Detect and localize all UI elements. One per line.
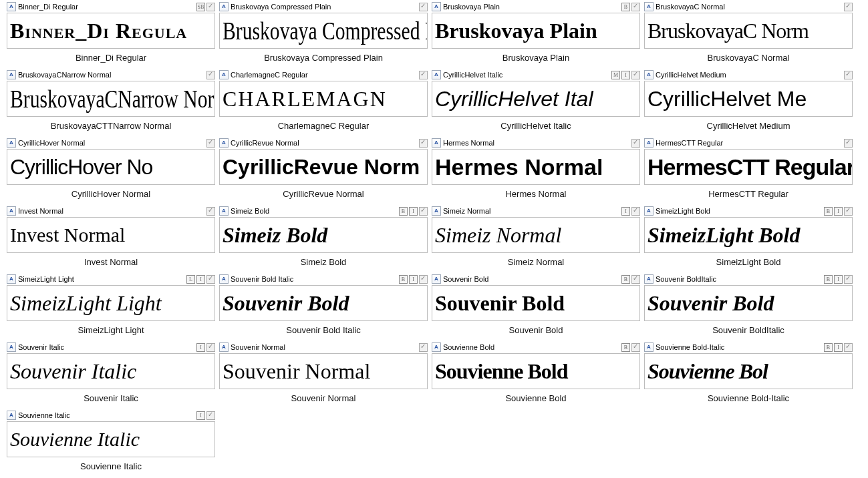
- font-preview-box[interactable]: Simeiz Normal: [432, 217, 640, 253]
- font-preview-text: Souvenir Bold: [647, 292, 774, 314]
- font-card[interactable]: ABruskovayaCNarrow NormalBruskovayaCNarr…: [5, 69, 216, 138]
- font-preview-box[interactable]: SimeizLight Light: [7, 285, 215, 321]
- font-preview-text: Simeiz Bold: [223, 224, 327, 246]
- check-icon[interactable]: [844, 343, 853, 352]
- check-icon[interactable]: [631, 139, 640, 148]
- font-card[interactable]: ASimeiz NormalISimeiz NormalSimeiz Norma…: [430, 206, 641, 274]
- check-icon[interactable]: [206, 3, 215, 11]
- font-preview-box[interactable]: Invest Normal: [7, 217, 215, 253]
- check-icon[interactable]: [631, 207, 640, 216]
- check-icon[interactable]: [206, 275, 215, 284]
- check-icon[interactable]: [206, 71, 215, 79]
- check-icon[interactable]: [844, 275, 853, 284]
- font-card[interactable]: ASouvenir BoldItalicBISouvenir BoldSouve…: [643, 274, 854, 342]
- check-icon[interactable]: [631, 3, 640, 11]
- check-icon[interactable]: [206, 411, 215, 420]
- font-preview-box[interactable]: CyrillicHelvet Ital: [432, 81, 640, 117]
- font-type-icon: A: [219, 342, 229, 352]
- font-preview-box[interactable]: CyrillicHover No: [7, 149, 215, 185]
- font-preview-box[interactable]: Binner_Di Regula: [7, 13, 215, 49]
- font-header: AHermesCTT Regular: [643, 138, 854, 148]
- check-icon[interactable]: [631, 275, 640, 284]
- check-icon[interactable]: [419, 3, 428, 11]
- font-preview-box[interactable]: Souvienne Bold: [432, 353, 640, 389]
- font-preview-box[interactable]: CHARLEMAGN: [219, 81, 428, 117]
- badge-group: BI: [824, 207, 853, 216]
- check-icon[interactable]: [844, 139, 853, 148]
- font-card[interactable]: ACyrillicHelvet MediumCyrillicHelvet MeC…: [643, 69, 854, 138]
- font-preview-box[interactable]: Bruskovaya Compressed Pla: [219, 13, 428, 49]
- font-preview-box[interactable]: Bruskovaya Plain: [432, 13, 640, 49]
- font-card[interactable]: ABinner_Di RegularSBBinner_Di RegulaBinn…: [5, 1, 216, 69]
- style-badge: I: [621, 207, 630, 216]
- font-preview-box[interactable]: Simeiz Bold: [219, 217, 428, 253]
- style-badge: B: [824, 343, 833, 352]
- font-card[interactable]: AHermesCTT RegularHermesCTT RegularHerme…: [643, 138, 854, 206]
- font-name-label: Bruskovaya Compressed Plain: [231, 3, 419, 11]
- font-preview-text: Bruskovaya Compressed Pla: [223, 18, 428, 43]
- font-preview-box[interactable]: Souvienne Italic: [7, 421, 215, 457]
- font-caption: CyrillicHover Normal: [5, 185, 216, 199]
- font-card[interactable]: ACyrillicRevue NormalCyrillicRevue NormC…: [218, 138, 429, 206]
- check-icon[interactable]: [206, 343, 215, 352]
- font-header: ASouvienne ItalicI: [5, 410, 216, 421]
- font-name-label: CyrillicRevue Normal: [231, 139, 419, 147]
- font-card[interactable]: ASouvenir NormalSouvenir NormalSouvenir …: [218, 342, 429, 410]
- font-preview-box[interactable]: Souvenir Bold: [219, 285, 428, 321]
- font-card[interactable]: ACyrillicHelvet ItalicMICyrillicHelvet I…: [430, 69, 641, 138]
- font-card[interactable]: ASouvienne BoldBSouvienne BoldSouvienne …: [430, 342, 641, 410]
- font-preview-box[interactable]: Souvenir Bold: [432, 285, 640, 321]
- check-icon[interactable]: [419, 139, 428, 148]
- check-icon[interactable]: [844, 71, 853, 79]
- font-card[interactable]: ABruskovayaC NormalBruskovayaC NormBrusk…: [643, 1, 854, 69]
- font-card[interactable]: AInvest NormalInvest NormalInvest Normal: [5, 206, 216, 274]
- font-name-label: Souvienne Bold: [443, 343, 621, 351]
- font-card[interactable]: ASimeizLight BoldBISimeizLight BoldSimei…: [643, 206, 854, 274]
- font-preview-text: CyrillicHelvet Ital: [435, 88, 593, 109]
- font-preview-box[interactable]: CyrillicHelvet Me: [644, 81, 853, 117]
- font-card[interactable]: ASimeiz BoldBISimeiz BoldSimeiz Bold: [218, 206, 429, 274]
- check-icon[interactable]: [844, 207, 853, 216]
- check-icon[interactable]: [844, 3, 853, 11]
- font-preview-box[interactable]: Souvenir Normal: [219, 353, 428, 389]
- check-icon[interactable]: [419, 71, 428, 79]
- check-icon[interactable]: [419, 207, 428, 216]
- font-type-icon: A: [644, 206, 654, 216]
- font-preview-box[interactable]: CyrillicRevue Norm: [219, 149, 428, 185]
- font-card[interactable]: ABruskovaya PlainBBruskovaya PlainBrusko…: [430, 1, 641, 69]
- font-preview-box[interactable]: Souvenir Italic: [7, 353, 215, 389]
- font-preview-box[interactable]: Souvenir Bold: [644, 285, 853, 321]
- check-icon[interactable]: [631, 343, 640, 352]
- font-grid: ABinner_Di RegularSBBinner_Di RegulaBinn…: [0, 0, 868, 478]
- font-card[interactable]: ASimeizLight LightLISimeizLight LightSim…: [5, 274, 216, 342]
- font-card[interactable]: AHermes NormalHermes NormalHermes Normal: [430, 138, 641, 206]
- font-card[interactable]: ASouvenir Bold ItalicBISouvenir BoldSouv…: [218, 274, 429, 342]
- check-icon[interactable]: [206, 139, 215, 148]
- font-preview-box[interactable]: HermesCTT Regular: [644, 149, 853, 185]
- style-badge: I: [409, 275, 418, 284]
- font-card[interactable]: ASouvienne ItalicISouvienne ItalicSouvie…: [5, 410, 216, 478]
- font-type-icon: A: [7, 206, 16, 216]
- font-header: ABinner_Di RegularSB: [5, 1, 216, 12]
- font-preview-box[interactable]: BruskovayaCNarrow Norma: [7, 81, 215, 117]
- badge-group: B: [621, 275, 640, 284]
- font-preview-box[interactable]: SimeizLight Bold: [644, 217, 853, 253]
- font-card[interactable]: ASouvenir ItalicISouvenir ItalicSouvenir…: [5, 342, 216, 410]
- check-icon[interactable]: [631, 71, 640, 79]
- font-card[interactable]: ASouvenir BoldBSouvenir BoldSouvenir Bol…: [430, 274, 641, 342]
- font-card[interactable]: ACharlemagneC RegularCHARLEMAGNCharlemag…: [218, 69, 429, 138]
- badge-group: [206, 139, 215, 148]
- font-card[interactable]: ACyrillicHover NormalCyrillicHover NoCyr…: [5, 138, 216, 206]
- font-preview-box[interactable]: BruskovayaC Norm: [644, 13, 853, 49]
- style-badge: L: [186, 275, 195, 284]
- font-preview-box[interactable]: Souvienne Bol: [644, 353, 853, 389]
- font-card[interactable]: ASouvienne Bold-ItalicBISouvienne BolSou…: [643, 342, 854, 410]
- badge-group: [419, 3, 428, 11]
- font-preview-box[interactable]: Hermes Normal: [432, 149, 640, 185]
- check-icon[interactable]: [206, 207, 215, 216]
- check-icon[interactable]: [419, 275, 428, 284]
- font-card[interactable]: ABruskovaya Compressed PlainBruskovaya C…: [218, 1, 429, 69]
- font-header: ABruskovaya PlainB: [430, 1, 641, 12]
- font-preview-text: SimeizLight Bold: [647, 224, 800, 246]
- check-icon[interactable]: [419, 343, 428, 352]
